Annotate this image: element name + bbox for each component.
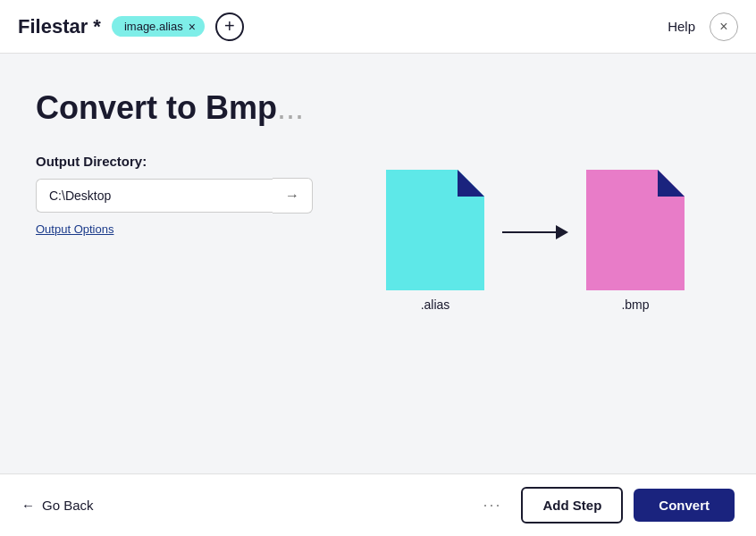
- target-file-label: .bmp: [621, 297, 649, 312]
- app-title: Filestar *: [18, 15, 101, 38]
- footer: ← Go Back ··· Add Step Convert: [0, 473, 756, 536]
- close-button[interactable]: ×: [710, 13, 738, 41]
- convert-button[interactable]: Convert: [634, 489, 735, 522]
- add-file-button[interactable]: +: [215, 13, 244, 41]
- source-file-label: .alias: [421, 297, 450, 312]
- go-back-label: Go Back: [42, 498, 94, 513]
- output-options-link[interactable]: Output Options: [36, 222, 113, 236]
- go-back-arrow-icon: ←: [21, 498, 35, 513]
- svg-marker-1: [458, 170, 484, 197]
- arrow-line: [502, 231, 556, 233]
- title-dots: ...: [277, 89, 304, 126]
- browse-button[interactable]: →: [273, 178, 313, 214]
- add-step-button[interactable]: Add Step: [521, 487, 623, 523]
- arrow-head-icon: [556, 225, 568, 239]
- conversion-arrow: [502, 225, 568, 239]
- main-content: Convert to Bmp... Output Directory: → Ou…: [0, 54, 756, 473]
- go-back-button[interactable]: ← Go Back: [21, 498, 94, 513]
- output-directory-input[interactable]: [36, 179, 273, 213]
- header-right: Help ×: [668, 13, 738, 41]
- header: Filestar * image.alias × + Help ×: [0, 0, 756, 54]
- output-directory-label: Output Directory:: [36, 154, 720, 169]
- file-tag-label: image.alias: [124, 20, 183, 33]
- conversion-illustration: .alias .bmp: [386, 170, 685, 312]
- file-tag-close-icon[interactable]: ×: [189, 21, 196, 33]
- source-file-container: .alias: [386, 170, 484, 290]
- page-title-text: Convert to Bmp: [36, 89, 277, 126]
- footer-right: ··· Add Step Convert: [474, 487, 735, 523]
- target-file-icon: [586, 170, 685, 290]
- svg-marker-3: [658, 170, 685, 197]
- header-left: Filestar * image.alias × +: [18, 13, 244, 41]
- target-file-svg: [586, 170, 685, 290]
- target-file-container: .bmp: [586, 170, 685, 290]
- page-title: Convert to Bmp...: [36, 89, 720, 127]
- help-link[interactable]: Help: [668, 19, 695, 34]
- file-tag: image.alias ×: [112, 16, 205, 37]
- browse-arrow-icon: →: [285, 188, 299, 204]
- source-file-icon: [386, 170, 484, 290]
- output-directory-row: →: [36, 178, 313, 214]
- more-options-button[interactable]: ···: [474, 490, 510, 520]
- source-file-svg: [386, 170, 484, 290]
